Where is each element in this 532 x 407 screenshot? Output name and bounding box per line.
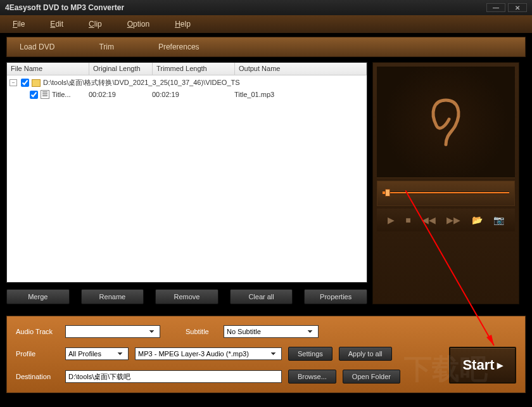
properties-button[interactable]: Properties: [304, 289, 367, 304]
file-icon: [41, 90, 49, 99]
close-button[interactable]: ✕: [508, 3, 527, 12]
app-title: 4Easysoft DVD to MP3 Converter: [5, 3, 124, 12]
row-trimmed-length: 00:02:19: [152, 91, 234, 98]
preview-panel: ▶ ■ ◀◀ ▶▶ 📂 📷: [372, 62, 519, 304]
col-output-name[interactable]: Output Name: [235, 63, 367, 75]
rename-button[interactable]: Rename: [81, 289, 144, 304]
row-output-name: Title_01.mp3: [234, 91, 274, 98]
col-original-length[interactable]: Original Length: [89, 63, 153, 75]
preview-timeline[interactable]: [377, 181, 515, 206]
file-actions: Merge Rename Remove Clear all Properties: [6, 289, 367, 304]
settings-panel: Audio Track Subtitle No Subtitle Profile…: [6, 316, 526, 393]
minimize-button[interactable]: —: [486, 3, 505, 12]
preview-controls: ▶ ■ ◀◀ ▶▶ 📂 📷: [377, 209, 515, 231]
title-bar: 4Easysoft DVD to MP3 Converter — ✕: [0, 0, 532, 15]
menu-bar: File Edit Clip Option Help: [0, 15, 532, 33]
menu-clip[interactable]: Clip: [89, 20, 102, 29]
app-logo-icon: [424, 94, 468, 151]
menu-help[interactable]: Help: [175, 20, 191, 29]
start-button[interactable]: Start▸: [449, 347, 516, 384]
preferences-button[interactable]: Preferences: [158, 42, 200, 51]
load-dvd-button[interactable]: Load DVD: [20, 42, 54, 51]
row-checkbox[interactable]: [21, 79, 29, 87]
row-checkbox[interactable]: [30, 91, 38, 99]
stop-icon[interactable]: ■: [405, 215, 410, 225]
toolbar: Load DVD Trim Preferences: [6, 37, 526, 57]
row-filename: D:\tools\桌面\格式转换\DVD_2021_3_25(10_37_46)…: [43, 78, 240, 87]
menu-option[interactable]: Option: [127, 20, 149, 29]
menu-edit[interactable]: Edit: [50, 20, 63, 29]
table-row[interactable]: Title... 00:02:19 00:02:19 Title_01.mp3: [7, 89, 367, 100]
snapshot-icon[interactable]: 📷: [493, 215, 504, 225]
apply-to-all-button[interactable]: Apply to all: [339, 347, 392, 361]
remove-button[interactable]: Remove: [155, 289, 218, 304]
destination-label: Destination: [16, 373, 59, 380]
rewind-icon[interactable]: ◀◀: [422, 215, 436, 225]
menu-file[interactable]: File: [13, 20, 25, 29]
preview-screen: [377, 67, 515, 178]
audio-track-label: Audio Track: [16, 328, 59, 335]
open-folder-button[interactable]: Open Folder: [343, 370, 400, 384]
settings-button[interactable]: Settings: [288, 347, 332, 361]
profile-scope-select[interactable]: All Profiles: [65, 347, 129, 360]
profile-format-select[interactable]: MP3 - MPEG Layer-3 Audio (*.mp3): [135, 347, 282, 360]
timeline-handle[interactable]: [385, 189, 390, 197]
tree-collapse-icon[interactable]: −: [10, 79, 17, 86]
browse-button[interactable]: Browse...: [288, 370, 336, 384]
file-list-header: File Name Original Length Trimmed Length…: [7, 63, 367, 75]
subtitle-label: Subtitle: [186, 328, 217, 335]
folder-icon: [32, 79, 41, 87]
destination-input[interactable]: [65, 370, 282, 383]
trim-button[interactable]: Trim: [99, 42, 114, 51]
col-trimmed-length[interactable]: Trimmed Length: [153, 63, 235, 75]
file-panel: File Name Original Length Trimmed Length…: [6, 62, 367, 304]
audio-track-select[interactable]: [65, 325, 160, 338]
merge-button[interactable]: Merge: [6, 289, 70, 304]
open-icon[interactable]: 📂: [472, 215, 483, 225]
clear-all-button[interactable]: Clear all: [230, 289, 293, 304]
play-icon[interactable]: ▶: [388, 215, 395, 225]
file-list: File Name Original Length Trimmed Length…: [6, 62, 367, 283]
row-filename: Title...: [52, 91, 89, 98]
profile-label: Profile: [16, 350, 59, 358]
subtitle-select[interactable]: No Subtitle: [224, 325, 319, 338]
col-filename[interactable]: File Name: [7, 63, 89, 75]
forward-icon[interactable]: ▶▶: [446, 215, 460, 225]
play-arrow-icon: ▸: [497, 358, 503, 372]
row-original-length: 00:02:19: [89, 91, 152, 98]
table-row[interactable]: − D:\tools\桌面\格式转换\DVD_2021_3_25(10_37_4…: [7, 77, 367, 89]
